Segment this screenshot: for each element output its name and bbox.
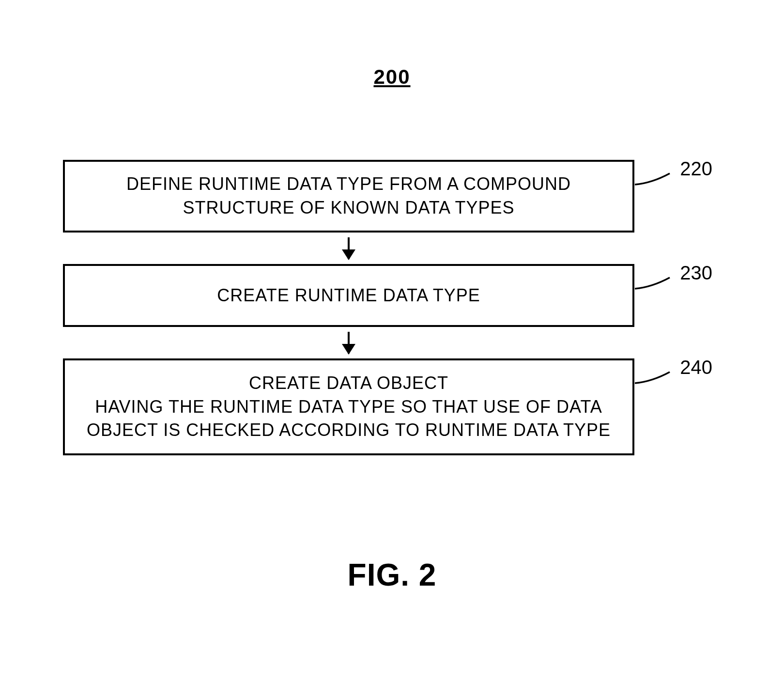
flowchart-box-230: CREATE RUNTIME DATA TYPE 230 [63, 264, 634, 327]
ref-label-220: 220 [680, 158, 712, 180]
arrow-1 [63, 233, 634, 264]
ref-label-230: 230 [680, 262, 712, 284]
ref-label-240: 240 [680, 357, 712, 378]
flowchart-box-220: DEFINE RUNTIME DATA TYPE FROM A COMPOUND… [63, 160, 634, 233]
leader-line-220 [635, 172, 671, 187]
box-220-text: DEFINE RUNTIME DATA TYPE FROM A COMPOUND… [79, 172, 618, 219]
leader-line-230 [635, 277, 671, 291]
box-240-text: CREATE DATA OBJECTHAVING THE RUNTIME DAT… [79, 372, 618, 442]
figure-caption: FIG. 2 [348, 557, 437, 593]
leader-line-240 [635, 371, 671, 386]
figure-number: 200 [373, 65, 410, 89]
flowchart-box-240: CREATE DATA OBJECTHAVING THE RUNTIME DAT… [63, 358, 634, 455]
arrow-2 [63, 327, 634, 358]
box-230-text: CREATE RUNTIME DATA TYPE [217, 284, 480, 308]
flowchart-container: DEFINE RUNTIME DATA TYPE FROM A COMPOUND… [63, 160, 634, 455]
